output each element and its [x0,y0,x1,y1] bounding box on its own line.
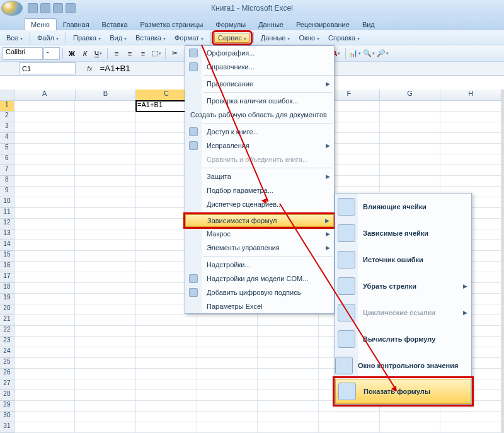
tab-data[interactable]: Данные [252,19,290,30]
menu-item[interactable]: Создать рабочую область для документов [185,108,334,122]
cell[interactable] [14,294,76,304]
align-center-button[interactable]: ≡ [123,47,136,60]
menu-service[interactable]: Сервис [214,33,250,43]
menu-item[interactable]: Доступ к книге... [185,125,334,139]
cell[interactable] [75,294,136,304]
cell[interactable] [197,358,258,369]
office-button[interactable] [1,1,23,16]
cell[interactable] [75,154,136,165]
cell[interactable] [197,390,258,401]
col-header[interactable]: B [76,89,137,100]
italic-button[interactable]: К [79,47,91,60]
cell[interactable] [380,422,441,433]
merge-button[interactable]: ⬚▾ [150,47,163,60]
menu-item[interactable]: Надстройки для модели COM... [185,272,334,286]
menu-item[interactable]: Макрос▶ [185,227,334,241]
cell[interactable] [136,315,197,326]
menu-item[interactable]: Добавить цифровую подпись [185,286,334,299]
qat-more-icon[interactable] [66,3,76,13]
cell[interactable] [440,422,501,433]
cell[interactable] [258,347,319,358]
cell[interactable] [75,133,136,144]
find-button[interactable]: 🔍▾ [362,47,375,60]
cell[interactable] [14,112,76,122]
cell[interactable] [14,369,76,379]
menu-item[interactable]: Исправления▶ [185,139,334,153]
cell[interactable] [14,219,76,229]
cell[interactable] [14,379,76,390]
cell[interactable] [380,144,441,154]
cell[interactable] [380,165,441,176]
menu-view[interactable]: Вид [106,33,130,43]
row-header[interactable]: 4 [0,133,14,144]
cell[interactable] [258,315,319,326]
cell[interactable] [136,347,197,358]
cell[interactable] [258,326,319,337]
row-header[interactable]: 10 [0,197,14,208]
tab-review[interactable]: Рецензирование [290,19,356,30]
fx-icon[interactable]: fx [87,65,93,72]
menu-help[interactable]: Справка [324,33,364,43]
tab-page-layout[interactable]: Разметка страницы [134,19,210,30]
select-all-corner[interactable] [0,89,14,100]
cell[interactable] [14,176,76,187]
menu-item[interactable]: Справочники... [185,60,334,74]
cell[interactable] [380,112,441,122]
row-header[interactable]: 14 [0,240,14,251]
name-box[interactable]: C1 [19,62,76,74]
row-header[interactable]: 25 [0,358,14,369]
cell[interactable] [258,379,319,390]
menu-item[interactable]: Проверка наличия ошибок... [185,94,334,108]
cell[interactable] [197,326,258,337]
cell[interactable] [14,101,76,112]
cell[interactable] [75,347,136,358]
cell[interactable] [14,197,76,208]
cell[interactable] [14,262,76,272]
row-header[interactable]: 9 [0,187,14,197]
cell[interactable] [440,165,501,176]
row-header[interactable]: 5 [0,144,14,154]
cell[interactable] [319,422,380,433]
cell[interactable] [75,197,136,208]
cell[interactable] [380,101,441,112]
cell[interactable] [14,347,76,358]
align-left-button[interactable]: ≡ [110,47,123,60]
cell[interactable] [440,112,501,122]
cell[interactable] [14,326,76,337]
submenu-item[interactable]: Источник ошибки [335,246,471,273]
cut-button[interactable]: ✂ [168,47,181,60]
cell[interactable] [197,379,258,390]
cell[interactable] [258,412,319,422]
row-header[interactable]: 19 [0,294,14,304]
cell[interactable] [75,112,136,122]
row-header[interactable]: 1 [0,101,14,112]
cell[interactable] [197,369,258,379]
row-header[interactable]: 11 [0,208,14,219]
cell[interactable] [75,412,136,422]
cell[interactable] [136,358,197,369]
cell[interactable] [14,187,76,197]
row-header[interactable]: 24 [0,347,14,358]
cell[interactable] [440,176,501,187]
cell[interactable] [14,208,76,219]
col-header[interactable]: G [380,89,441,100]
cell[interactable] [75,315,136,326]
cell[interactable] [14,337,76,347]
cell[interactable] [14,251,76,262]
cell[interactable] [14,422,76,433]
submenu-item[interactable]: Показать формулы [335,379,471,404]
col-header[interactable]: H [440,89,501,100]
cell[interactable] [14,122,76,133]
cell[interactable] [14,390,76,401]
cell[interactable] [197,347,258,358]
submenu-item[interactable]: Окно контрольного значения [335,352,471,379]
row-header[interactable]: 23 [0,337,14,347]
cell[interactable] [75,165,136,176]
cell[interactable] [75,251,136,262]
submenu-item[interactable]: Зависимые ячейки [335,220,471,246]
cell[interactable] [14,240,76,251]
cell[interactable] [75,122,136,133]
cell[interactable] [136,369,197,379]
font-size-select[interactable]: - [43,47,60,60]
cell[interactable] [136,412,197,422]
